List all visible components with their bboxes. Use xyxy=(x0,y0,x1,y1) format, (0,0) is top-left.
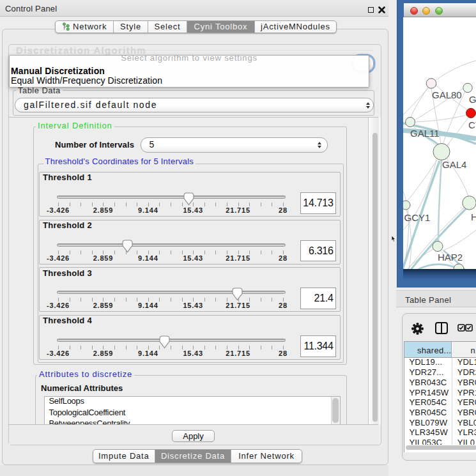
svg-text:GAL4: GAL4 xyxy=(442,159,466,170)
svg-text:HAP2: HAP2 xyxy=(438,252,463,263)
svg-text:H: H xyxy=(471,211,476,222)
svg-text:GAL11: GAL11 xyxy=(410,128,440,139)
svg-text:GAL80: GAL80 xyxy=(432,89,462,100)
svg-text:GCY1: GCY1 xyxy=(404,212,431,223)
svg-text:CY: CY xyxy=(468,119,476,130)
svg-text:GA: GA xyxy=(469,94,476,105)
